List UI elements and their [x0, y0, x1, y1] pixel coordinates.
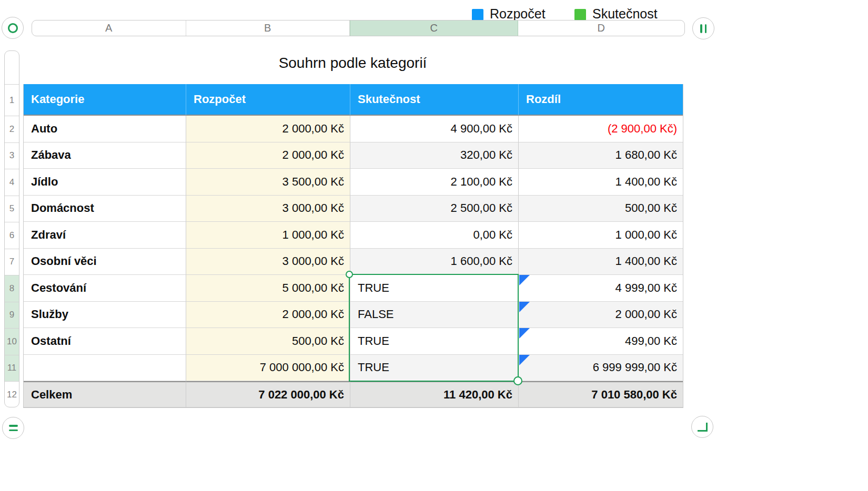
column-header-a[interactable]: A: [32, 21, 186, 36]
comment-flag-icon[interactable]: [519, 275, 530, 285]
cell-b9[interactable]: 2 000,00 Kč: [186, 302, 350, 329]
add-row-button[interactable]: [2, 417, 24, 439]
column-header-b[interactable]: B: [186, 21, 350, 36]
cell-c11[interactable]: TRUE: [350, 355, 519, 382]
cell-d6[interactable]: 1 000,00 Kč: [519, 222, 683, 249]
corner-resize-icon: [698, 423, 708, 432]
cell-b11[interactable]: 7 000 000,00 Kč: [186, 355, 350, 382]
header-cell-d1[interactable]: Rozdíl: [519, 84, 683, 116]
cell-a3[interactable]: Zábava: [24, 142, 186, 169]
selection-handle-bottom-right[interactable]: [513, 376, 522, 385]
cell-a10[interactable]: Ostatní: [24, 328, 186, 355]
table-title[interactable]: Souhrn podle kategorií: [23, 55, 682, 71]
table-select-handle-button[interactable]: [2, 17, 24, 39]
cell-c10[interactable]: TRUE: [350, 328, 519, 355]
row-header-8[interactable]: 8: [5, 275, 19, 302]
cell-b12[interactable]: 7 022 000,00 Kč: [186, 381, 350, 407]
legend-item-skutecnost[interactable]: Skutečnost: [574, 6, 658, 22]
cell-b3[interactable]: 2 000,00 Kč: [186, 142, 350, 169]
cell-c5[interactable]: 2 500,00 Kč: [350, 196, 519, 222]
legend-swatch-green: [574, 9, 586, 21]
cell-c12[interactable]: 11 420,00 Kč: [350, 381, 519, 407]
cell-a7[interactable]: Osobní věci: [24, 249, 186, 275]
row-header-12[interactable]: 12: [5, 382, 19, 407]
header-cell-b1[interactable]: Rozpočet: [186, 84, 350, 116]
cell-a8[interactable]: Cestování: [24, 275, 186, 302]
cell-d4[interactable]: 1 400,00 Kč: [519, 169, 683, 196]
column-header-d[interactable]: D: [518, 21, 684, 36]
circle-icon: [8, 23, 18, 33]
cell-d9[interactable]: 2 000,00 Kč: [519, 302, 683, 329]
row-header-11[interactable]: 11: [5, 355, 19, 382]
cell-b4[interactable]: 3 500,00 Kč: [186, 169, 350, 196]
double-vertical-bar-icon: [700, 24, 706, 33]
cell-d5[interactable]: 500,00 Kč: [519, 196, 683, 222]
row-number-strip: 123456789101112: [4, 50, 19, 407]
cell-d8[interactable]: 4 999,00 Kč: [519, 275, 683, 302]
legend-label: Rozpočet: [490, 6, 546, 22]
row-header-10[interactable]: 10: [5, 329, 19, 355]
legend-label: Skutečnost: [592, 6, 658, 22]
cell-c3[interactable]: 320,00 Kč: [350, 142, 519, 169]
cell-a9[interactable]: Služby: [24, 302, 186, 329]
add-column-button[interactable]: [692, 17, 714, 39]
row-header-1[interactable]: 1: [5, 85, 19, 116]
row-header-9[interactable]: 9: [5, 302, 19, 329]
cell-a11[interactable]: [24, 355, 186, 382]
cell-c9[interactable]: FALSE: [350, 302, 519, 329]
cell-d11[interactable]: 6 999 999,00 Kč: [519, 355, 683, 382]
cell-b10[interactable]: 500,00 Kč: [186, 328, 350, 355]
spreadsheet-canvas: Rozpočet Skutečnost ABCD 123456789101112…: [0, 0, 868, 491]
cell-b8[interactable]: 5 000,00 Kč: [186, 275, 350, 302]
selection-handle-top-left[interactable]: [346, 271, 353, 278]
column-header-strip: ABCD: [32, 20, 685, 36]
comment-flag-icon[interactable]: [519, 328, 530, 339]
cell-c6[interactable]: 0,00 Kč: [350, 222, 519, 249]
row-header-6[interactable]: 6: [5, 222, 19, 249]
cell-a2[interactable]: Auto: [24, 116, 186, 142]
cell-a5[interactable]: Domácnost: [24, 196, 186, 222]
row-header-7[interactable]: 7: [5, 249, 19, 276]
legend-swatch-blue: [472, 9, 483, 21]
cell-a12[interactable]: Celkem: [24, 381, 186, 407]
cell-d12[interactable]: 7 010 580,00 Kč: [519, 381, 683, 407]
row-header-2[interactable]: 2: [5, 116, 19, 143]
cell-c2[interactable]: 4 900,00 Kč: [350, 116, 519, 142]
cell-b2[interactable]: 2 000,00 Kč: [186, 116, 350, 142]
summary-table: KategorieRozpočetSkutečnostRozdílAuto2 0…: [23, 84, 683, 408]
cell-a4[interactable]: Jídlo: [24, 169, 186, 196]
comment-flag-icon[interactable]: [519, 355, 530, 365]
cell-d7[interactable]: 1 400,00 Kč: [519, 249, 683, 275]
row-header-3[interactable]: 3: [5, 143, 19, 170]
double-horizontal-bar-icon: [9, 425, 18, 431]
cell-c4[interactable]: 2 100,00 Kč: [350, 169, 519, 196]
cell-a6[interactable]: Zdraví: [24, 222, 186, 249]
header-cell-c1[interactable]: Skutečnost: [350, 84, 519, 116]
cell-c8[interactable]: TRUE: [350, 275, 519, 302]
header-cell-a1[interactable]: Kategorie: [24, 84, 186, 116]
column-header-c[interactable]: C: [350, 21, 518, 36]
row-header-4[interactable]: 4: [5, 169, 19, 196]
cell-b5[interactable]: 3 000,00 Kč: [186, 196, 350, 222]
row-header-5[interactable]: 5: [5, 196, 19, 223]
cell-c7[interactable]: 1 600,00 Kč: [350, 249, 519, 275]
cell-b6[interactable]: 1 000,00 Kč: [186, 222, 350, 249]
table-resize-button[interactable]: [691, 416, 713, 438]
cell-d3[interactable]: 1 680,00 Kč: [519, 142, 683, 169]
cell-d10[interactable]: 499,00 Kč: [519, 328, 683, 355]
row-header-title[interactable]: [5, 51, 19, 85]
cell-b7[interactable]: 3 000,00 Kč: [186, 249, 350, 275]
legend-item-rozpocet[interactable]: Rozpočet: [472, 6, 546, 22]
comment-flag-icon[interactable]: [519, 302, 530, 312]
cell-d2[interactable]: (2 900,00 Kč): [519, 116, 683, 142]
